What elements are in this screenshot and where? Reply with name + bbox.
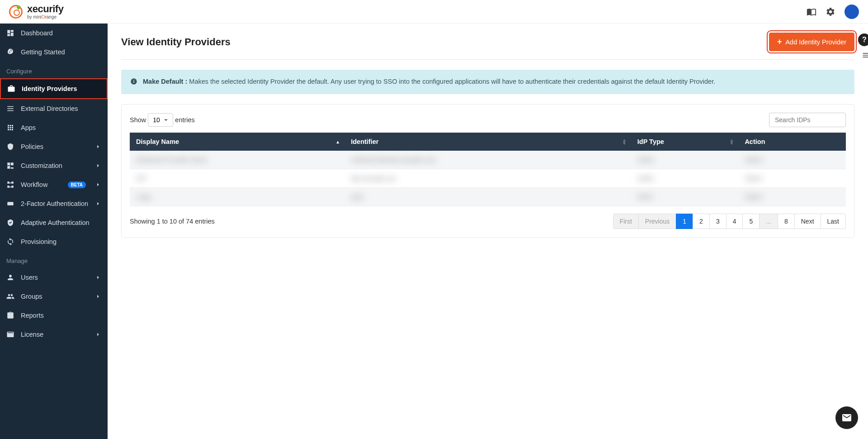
sidebar-item-getting-started[interactable]: Getting Started [0,43,108,62]
page-next[interactable]: Next [794,214,821,229]
table-row: Redacted Provider Name redacted.identity… [130,151,846,169]
help-button[interactable]: ? [858,33,868,46]
table-footer-text: Showing 1 to 10 of 74 entries [130,218,215,225]
user-avatar[interactable] [844,5,859,19]
table-row: IDP idp.example.net SAML Select [130,169,846,187]
page-ellipsis: ... [759,214,778,229]
sidebar-label: Users [21,274,38,281]
sidebar-item-policies[interactable]: Policies [0,137,108,156]
twofa-icon [6,200,14,208]
group-icon [6,292,14,301]
sidebar-label: Adaptive Authentication [21,219,90,226]
sidebar-label: Customization [21,162,62,169]
svg-rect-0 [7,202,14,205]
sidebar-label: License [21,331,43,338]
add-identity-provider-button[interactable]: + Add Identity Provider [769,33,854,51]
entries-select[interactable]: 10 [148,113,173,127]
sidebar-item-external-directories[interactable]: External Directories [0,99,108,118]
sidebar-item-2fa[interactable]: 2-Factor Authentication [0,194,108,213]
idp-table-card: Show 10 entries Display Name▲ I [121,104,854,238]
sidebar-item-provisioning[interactable]: Provisioning [0,232,108,251]
id-icon [7,85,15,93]
sidebar-label: Identity Providers [22,85,77,92]
page-1[interactable]: 1 [676,214,693,229]
col-display-name[interactable]: Display Name▲ [130,133,344,151]
page-first[interactable]: First [613,214,639,229]
page-3[interactable]: 3 [709,214,726,229]
page-title: View Identity Providers [121,36,231,48]
search-input[interactable] [769,113,846,127]
rocket-icon [6,48,14,56]
sidebar-label: Policies [21,143,43,150]
page-header: View Identity Providers + Add Identity P… [121,33,854,60]
sidebar-label: Workflow [21,181,47,188]
page-2[interactable]: 2 [693,214,710,229]
entries-control: Show 10 entries [130,113,195,127]
info-text: Makes the selected Identity Provider the… [189,78,715,85]
sidebar-item-apps[interactable]: Apps [0,118,108,137]
sync-icon [6,238,14,246]
sidebar-label: 2-Factor Authentication [21,200,88,207]
customize-icon [6,162,14,170]
header-actions [807,5,859,19]
logo-icon [9,5,23,19]
table-row: Login auth OIDC Select [130,187,846,206]
sidebar-label: Getting Started [21,48,65,56]
hamburger-icon [862,51,868,60]
sidebar-item-adaptive-auth[interactable]: Adaptive Authentication [0,213,108,232]
chevron-right-icon [95,143,101,150]
sidebar: Dashboard Getting Started Configure Iden… [0,24,108,439]
sidebar-label: Dashboard [21,29,53,37]
app-header: xecurify by miniOrange [0,0,868,24]
chat-fab[interactable] [835,406,858,429]
col-identifier[interactable]: Identifier▲▼ [344,133,631,151]
clipboard-icon [6,311,14,320]
dashboard-icon [6,29,14,37]
chevron-right-icon [95,200,101,207]
sidebar-item-customization[interactable]: Customization [0,156,108,175]
idp-table: Display Name▲ Identifier▲▼ IdP Type▲▼ Ac… [130,133,846,206]
shield-check-icon [6,219,14,227]
chevron-right-icon [95,181,101,188]
sidebar-label: Apps [21,124,36,131]
chevron-right-icon [95,274,101,281]
brand-subline: by miniOrange [27,15,63,19]
pagination: First Previous 1 2 3 4 5 ... 8 Next Last [613,214,846,229]
shield-icon [6,143,14,151]
sidebar-item-workflow[interactable]: Workflow BETA [0,175,108,194]
beta-badge: BETA [68,181,86,188]
sidebar-label: Reports [21,312,44,319]
workflow-icon [6,181,14,189]
list-icon [6,105,14,113]
page-8[interactable]: 8 [778,214,795,229]
info-banner: i Make Default : Makes the selected Iden… [121,70,854,94]
sidebar-item-users[interactable]: Users [0,268,108,287]
sidebar-item-reports[interactable]: Reports [0,306,108,325]
svg-text:i: i [133,79,135,84]
page-4[interactable]: 4 [726,214,743,229]
page-prev[interactable]: Previous [638,214,676,229]
sidebar-label: Provisioning [21,238,57,245]
docs-icon[interactable] [807,7,816,17]
sidebar-item-license[interactable]: License [0,325,108,344]
card-icon [6,330,14,339]
page-last[interactable]: Last [821,214,846,229]
gear-icon[interactable] [826,7,835,17]
sidebar-label: External Directories [21,105,78,112]
sidebar-section-configure: Configure [0,62,108,78]
side-menu-toggle[interactable] [862,51,868,62]
sidebar-item-dashboard[interactable]: Dashboard [0,24,108,43]
chevron-right-icon [95,331,101,338]
info-icon: i [130,78,137,85]
col-idp-type[interactable]: IdP Type▲▼ [631,133,739,151]
brand-name: xecurify [27,4,63,14]
sidebar-item-groups[interactable]: Groups [0,287,108,306]
info-label: Make Default : [143,78,187,85]
page-5[interactable]: 5 [742,214,760,229]
mail-icon [841,412,852,423]
user-icon [6,273,14,282]
sidebar-item-identity-providers[interactable]: Identity Providers [0,78,108,99]
sidebar-section-manage: Manage [0,251,108,268]
brand-logo[interactable]: xecurify by miniOrange [9,4,63,19]
apps-icon [6,124,14,132]
